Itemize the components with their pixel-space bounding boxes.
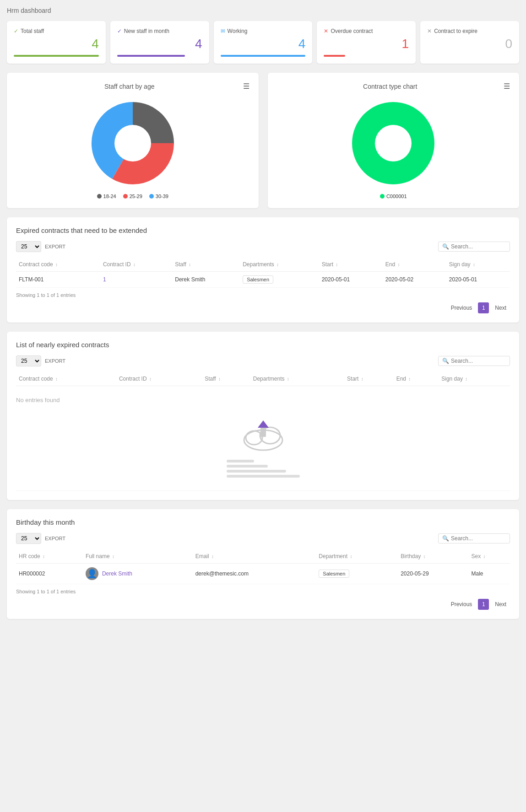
nearly-expired-controls: 25 50 100 EXPORT 🔍 <box>16 355 510 366</box>
birthday-col-fullname[interactable]: Full name ↕ <box>83 549 193 564</box>
expired-next-button[interactable]: Next <box>491 303 510 313</box>
sort-icon-start: ↕ <box>336 262 338 267</box>
sort-icon-end: ↕ <box>397 262 400 267</box>
illustration-lines <box>227 460 300 478</box>
stat-card-expire: ✕ Contract to expire 0 <box>420 21 519 64</box>
sort-icon-id: ↕ <box>133 262 136 267</box>
avatar-image: 👤 <box>87 569 97 579</box>
nearly-col-id[interactable]: Contract ID ↕ <box>116 372 202 386</box>
nearly-export-button[interactable]: EXPORT <box>45 358 65 364</box>
stat-card-working: ✉ Working 4 <box>214 21 313 64</box>
birthday-export-button[interactable]: EXPORT <box>45 536 65 541</box>
birthday-col-email[interactable]: Email ↕ <box>193 549 316 564</box>
age-chart-container <box>16 97 249 189</box>
nearly-col-dept[interactable]: Departments ↕ <box>250 372 344 386</box>
sort-icon-bdept: ↕ <box>350 554 352 559</box>
birthday-next-button[interactable]: Next <box>491 599 510 609</box>
stat-card-new-staff: ✓ New staff in month 4 <box>110 21 209 64</box>
birthday-prev-button[interactable]: Previous <box>447 599 476 609</box>
contract-chart-container <box>277 97 510 189</box>
sort-icon-fullname: ↕ <box>112 554 114 559</box>
birthday-pagination: Previous 1 Next <box>16 599 510 610</box>
expired-prev-button[interactable]: Previous <box>447 303 476 313</box>
legend-dot-c000001 <box>380 194 385 199</box>
expired-contracts-controls: 25 50 100 EXPORT 🔍 <box>16 241 510 252</box>
stat-label-total: ✓ Total staff <box>14 28 99 34</box>
sort-icon-hrcode: ↕ <box>43 554 45 559</box>
expired-col-dept[interactable]: Departments ↕ <box>240 258 319 272</box>
legend-label-18-24: 18-24 <box>103 194 116 199</box>
birthday-col-hrcode[interactable]: HR code ↕ <box>16 549 83 564</box>
stats-row: ✓ Total staff 4 ✓ New staff in month 4 ✉… <box>7 21 519 64</box>
birthday-card: Birthday this month 25 50 100 EXPORT 🔍 H… <box>7 509 519 619</box>
expired-row-signday: 2020-05-01 <box>446 272 510 288</box>
birthday-row-fullname: 👤 Derek Smith <box>83 564 193 584</box>
expired-row-id[interactable]: 1 <box>100 272 172 288</box>
expired-search-input[interactable] <box>451 243 506 250</box>
stat-value-total: 4 <box>14 37 99 51</box>
birthday-col-sex[interactable]: Sex ↕ <box>469 549 510 564</box>
nearly-col-code[interactable]: Contract code ↕ <box>16 372 116 386</box>
ill-line-3 <box>227 470 286 473</box>
sort-icon-birthday: ↕ <box>423 554 426 559</box>
stat-value-expire: 0 <box>427 37 512 51</box>
nearly-per-page-select[interactable]: 25 50 100 <box>16 355 41 366</box>
cloud-upload-icon <box>240 419 286 453</box>
stat-card-total: ✓ Total staff 4 <box>7 21 106 64</box>
expired-col-end[interactable]: End ↕ <box>383 258 446 272</box>
birthday-col-birthday[interactable]: Birthday ↕ <box>398 549 468 564</box>
birthday-search-input[interactable] <box>451 535 506 542</box>
sort-icon-nend: ↕ <box>408 376 411 382</box>
nearly-col-signday[interactable]: Sign day ↕ <box>439 372 510 386</box>
expired-showing-text: Showing 1 to 1 of 1 entries <box>16 292 510 298</box>
age-chart-menu-icon[interactable]: ☰ <box>243 82 249 91</box>
expired-col-signday[interactable]: Sign day ↕ <box>446 258 510 272</box>
expired-row-end: 2020-05-02 <box>383 272 446 288</box>
birthday-per-page-select[interactable]: 25 50 100 <box>16 533 41 544</box>
expired-pagination: Previous 1 Next <box>16 302 510 313</box>
legend-label-c000001: C000001 <box>386 194 407 199</box>
expired-col-code[interactable]: Contract code ↕ <box>16 258 100 272</box>
legend-item-30-39: 30-39 <box>149 194 168 199</box>
stat-label-expire: ✕ Contract to expire <box>427 28 512 34</box>
nearly-expired-title: List of nearly expired contracts <box>16 341 510 349</box>
expired-per-page-select[interactable]: 25 50 100 <box>16 241 41 252</box>
expired-row-staff: Derek Smith <box>172 272 240 288</box>
expired-row-dept: Salesmen <box>240 272 319 288</box>
contract-chart-menu-icon[interactable]: ☰ <box>504 82 510 91</box>
legend-item-18-24: 18-24 <box>97 194 116 199</box>
stat-bar-overdue <box>324 55 345 57</box>
stat-bar-working <box>221 55 306 57</box>
fullname-link[interactable]: Derek Smith <box>102 570 132 577</box>
birthday-row-email: derek@themesic.com <box>193 564 316 584</box>
birthday-col-dept[interactable]: Department ↕ <box>316 549 398 564</box>
expired-col-id[interactable]: Contract ID ↕ <box>100 258 172 272</box>
birthday-page-num: 1 <box>478 599 489 610</box>
sort-icon-sex: ↕ <box>483 554 486 559</box>
sort-icon-nid: ↕ <box>149 376 152 382</box>
nearly-col-end[interactable]: End ↕ <box>394 372 439 386</box>
nearly-col-start[interactable]: Start ↕ <box>344 372 394 386</box>
contract-donut-chart <box>347 97 439 189</box>
ill-line-4 <box>227 475 300 478</box>
expired-col-staff[interactable]: Staff ↕ <box>172 258 240 272</box>
nearly-search-input[interactable] <box>451 358 506 364</box>
birthday-row-hrcode: HR000002 <box>16 564 83 584</box>
expired-search-box: 🔍 <box>438 242 510 252</box>
nearly-search-icon: 🔍 <box>442 358 449 364</box>
birthday-search-box: 🔍 <box>438 533 510 543</box>
nearly-no-entries: No entries found <box>16 386 510 491</box>
sort-icon-nstart: ↕ <box>361 376 363 382</box>
birthday-controls: 25 50 100 EXPORT 🔍 <box>16 533 510 544</box>
expired-col-start[interactable]: Start ↕ <box>319 258 383 272</box>
age-chart-title: Staff chart by age <box>16 83 243 90</box>
sort-icon-dept: ↕ <box>277 262 279 267</box>
contract-chart-legend: C000001 <box>277 194 510 199</box>
new-staff-check-icon: ✓ <box>117 28 122 34</box>
sort-icon-staff: ↕ <box>189 262 191 267</box>
expired-export-button[interactable]: EXPORT <box>45 244 65 249</box>
contract-chart-title-row: Contract type chart ☰ <box>277 82 510 91</box>
age-chart-card: Staff chart by age ☰ 18-24 <box>7 73 259 208</box>
nearly-col-staff[interactable]: Staff ↕ <box>202 372 250 386</box>
birthday-row-sex: Male <box>469 564 510 584</box>
